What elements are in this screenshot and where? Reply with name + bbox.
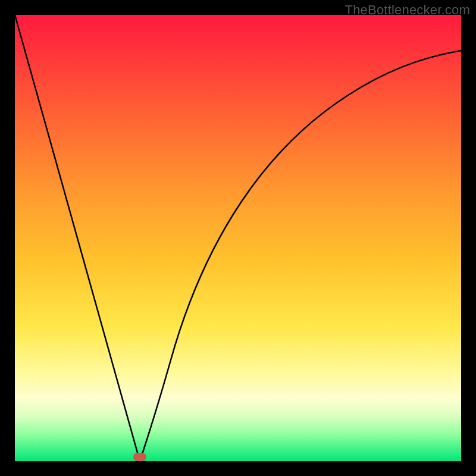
curve-path [15, 15, 461, 461]
attribution-label: TheBottlenecker.com [345, 2, 470, 18]
chart-frame: TheBottlenecker.com [0, 0, 476, 476]
plot-area [15, 15, 461, 461]
minimum-marker [133, 453, 146, 461]
bottleneck-curve [15, 15, 461, 461]
